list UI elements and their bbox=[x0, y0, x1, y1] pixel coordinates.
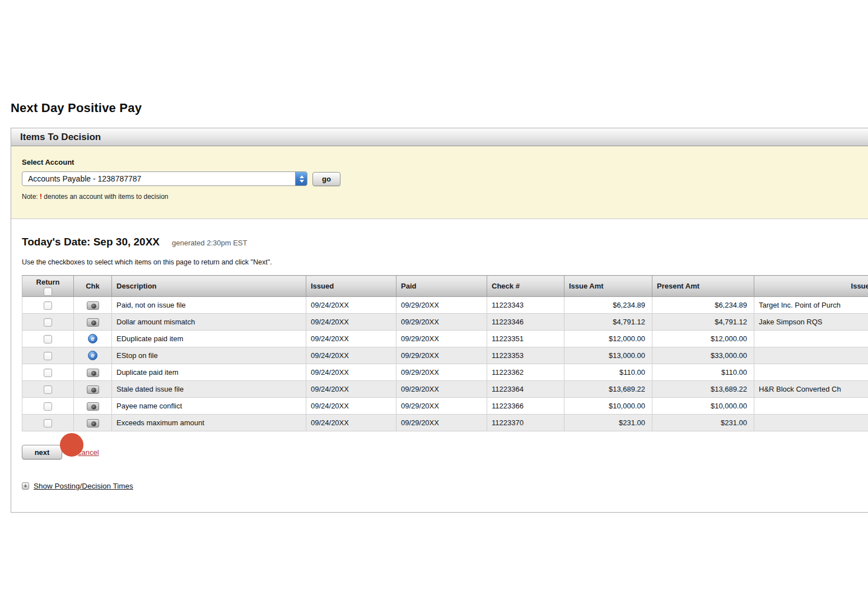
cell-issued: 09/24/20XX bbox=[306, 297, 396, 314]
next-button[interactable]: next bbox=[22, 445, 62, 459]
cell-check_no: 11223370 bbox=[487, 415, 564, 431]
items-to-decision-panel: Items To Decision Select Account Account… bbox=[11, 128, 868, 513]
cell-issued: 09/24/20XX bbox=[306, 347, 396, 364]
column-header-present_amt: Present Amt bbox=[652, 276, 754, 297]
cell-check_no: 11223366 bbox=[487, 398, 564, 415]
cell-payee bbox=[754, 415, 868, 431]
cell-paid: 09/29/20XX bbox=[396, 364, 487, 381]
table-row: EStop on file09/24/20XX09/29/20XX1122335… bbox=[22, 347, 868, 364]
cell-payee bbox=[754, 398, 868, 415]
electronic-item-icon[interactable] bbox=[88, 351, 97, 360]
table-row: Paid, not on issue file09/24/20XX09/29/2… bbox=[22, 297, 868, 314]
column-header-payee: Issue Payee bbox=[754, 276, 868, 297]
select-all-checkbox[interactable] bbox=[44, 287, 52, 296]
note-prefix: Note: bbox=[22, 193, 40, 201]
account-select-value: Accounts Payable - 1238787787 bbox=[28, 174, 295, 183]
cell-paid: 09/29/20XX bbox=[396, 398, 487, 415]
cell-check_no: 11223346 bbox=[487, 314, 564, 331]
cell-check_no: 11223343 bbox=[487, 297, 564, 314]
cell-issued: 09/24/20XX bbox=[306, 314, 396, 331]
show-times-row: Show Posting/Decision Times bbox=[22, 482, 868, 513]
cell-present_amt: $12,000.00 bbox=[652, 331, 754, 347]
cell-issued: 09/24/20XX bbox=[306, 331, 396, 347]
cell-description: EDuplicate paid item bbox=[112, 331, 306, 347]
account-row: Accounts Payable - 1238787787 go bbox=[22, 171, 868, 186]
cell-description: Dollar amount mismatch bbox=[112, 314, 306, 331]
cell-description: Stale dated issue file bbox=[112, 381, 306, 398]
return-checkbox[interactable] bbox=[44, 301, 52, 310]
expand-plus-icon[interactable] bbox=[22, 482, 29, 490]
cell-present_amt: $110.00 bbox=[652, 364, 754, 381]
go-button[interactable]: go bbox=[312, 172, 340, 186]
return-checkbox[interactable] bbox=[44, 335, 52, 343]
return-checkbox[interactable] bbox=[44, 402, 52, 411]
check-image-icon[interactable] bbox=[87, 369, 99, 377]
cell-issue_amt: $10,000.00 bbox=[564, 398, 652, 415]
check-image-icon[interactable] bbox=[87, 385, 99, 394]
cell-description: Payee name conflict bbox=[112, 398, 306, 415]
table-row: Stale dated issue file09/24/20XX09/29/20… bbox=[22, 381, 868, 398]
cell-payee bbox=[754, 331, 868, 347]
table-row: Payee name conflict09/24/20XX09/29/20XX1… bbox=[22, 398, 868, 415]
cell-present_amt: $10,000.00 bbox=[652, 398, 754, 415]
column-header-check_no: Check # bbox=[487, 276, 564, 297]
table-row: Exceeds maximum amount09/24/20XX09/29/20… bbox=[22, 415, 868, 431]
cell-check_no: 11223353 bbox=[487, 347, 564, 364]
cell-present_amt: $231.00 bbox=[652, 415, 754, 431]
return-checkbox[interactable] bbox=[44, 318, 52, 327]
cell-paid: 09/29/20XX bbox=[396, 415, 487, 431]
page-title: Next Day Positive Pay bbox=[11, 101, 142, 115]
cell-present_amt: $33,000.00 bbox=[652, 347, 754, 364]
cell-present_amt: $6,234.89 bbox=[652, 297, 754, 314]
return-header-label: Return bbox=[36, 278, 60, 286]
return-checkbox[interactable] bbox=[44, 369, 52, 377]
column-header-issue_amt: Issue Amt bbox=[564, 276, 652, 297]
cell-issue_amt: $231.00 bbox=[564, 415, 652, 431]
account-select[interactable]: Accounts Payable - 1238787787 bbox=[22, 171, 307, 186]
cell-paid: 09/29/20XX bbox=[396, 297, 487, 314]
cell-issue_amt: $6,234.89 bbox=[564, 297, 652, 314]
cell-issue_amt: $13,000.00 bbox=[564, 347, 652, 364]
electronic-item-icon[interactable] bbox=[88, 334, 97, 343]
instruction-text: Use the checkboxes to select which items… bbox=[22, 258, 868, 266]
cell-issue_amt: $110.00 bbox=[564, 364, 652, 381]
cell-issued: 09/24/20XX bbox=[306, 398, 396, 415]
check-image-icon[interactable] bbox=[87, 301, 99, 310]
column-header-chk: Chk bbox=[74, 276, 112, 297]
account-note: Note: ! denotes an account with items to… bbox=[22, 193, 868, 201]
return-checkbox[interactable] bbox=[44, 419, 52, 427]
cell-description: Paid, not on issue file bbox=[112, 297, 306, 314]
cell-present_amt: $13,689.22 bbox=[652, 381, 754, 398]
cell-issue_amt: $4,791.12 bbox=[564, 314, 652, 331]
cell-description: Duplicate paid item bbox=[112, 364, 306, 381]
check-image-icon[interactable] bbox=[87, 402, 99, 411]
check-image-icon[interactable] bbox=[87, 419, 99, 427]
cell-paid: 09/29/20XX bbox=[396, 347, 487, 364]
cell-payee bbox=[754, 364, 868, 381]
return-checkbox[interactable] bbox=[44, 352, 52, 360]
date-line: Today's Date: Sep 30, 20XX generated 2:3… bbox=[22, 236, 868, 249]
cell-payee: H&R Block Converted Ch bbox=[754, 381, 868, 398]
generated-timestamp: generated 2:30pm EST bbox=[172, 239, 247, 247]
cell-description: Exceeds maximum amount bbox=[112, 415, 306, 431]
cell-check_no: 11223362 bbox=[487, 364, 564, 381]
column-header-return: Return bbox=[22, 276, 74, 297]
cell-paid: 09/29/20XX bbox=[396, 331, 487, 347]
column-header-issued: Issued bbox=[306, 276, 396, 297]
check-image-icon[interactable] bbox=[87, 318, 99, 327]
column-header-description: Description bbox=[112, 276, 306, 297]
cell-issued: 09/24/20XX bbox=[306, 364, 396, 381]
cell-payee: Jake Simpson RQS bbox=[754, 314, 868, 331]
show-posting-decision-times-link[interactable]: Show Posting/Decision Times bbox=[34, 482, 133, 490]
cell-check_no: 11223351 bbox=[487, 331, 564, 347]
cell-payee bbox=[754, 347, 868, 364]
table-row: EDuplicate paid item09/24/20XX09/29/20XX… bbox=[22, 331, 868, 347]
actions-row: next cancel bbox=[22, 445, 868, 467]
items-table-head-row: ReturnChkDescriptionIssuedPaidCheck #Iss… bbox=[22, 276, 868, 297]
account-section: Select Account Accounts Payable - 123878… bbox=[11, 146, 868, 219]
chevron-down-icon bbox=[300, 180, 304, 183]
note-suffix: denotes an account with items to decisio… bbox=[42, 193, 168, 201]
cancel-link[interactable]: cancel bbox=[78, 448, 99, 457]
items-table-body: Paid, not on issue file09/24/20XX09/29/2… bbox=[22, 297, 868, 431]
return-checkbox[interactable] bbox=[44, 385, 52, 394]
